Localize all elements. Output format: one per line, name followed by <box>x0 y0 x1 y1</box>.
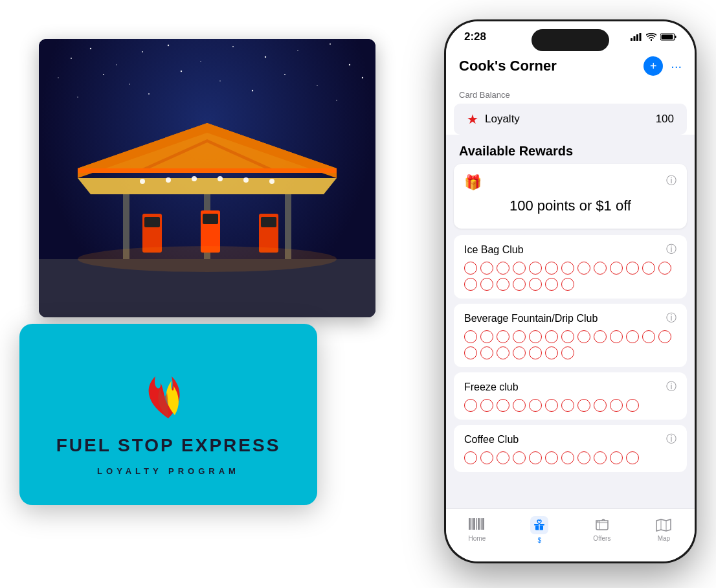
reward-info-icon[interactable]: ⓘ <box>666 174 677 188</box>
dot <box>513 330 526 343</box>
loyalty-value: 100 <box>656 113 674 126</box>
dot <box>561 399 574 412</box>
svg-marker-26 <box>78 178 337 194</box>
svg-point-27 <box>140 179 145 184</box>
star-icon: ★ <box>467 111 478 127</box>
svg-point-16 <box>284 74 285 75</box>
dot <box>480 262 493 275</box>
svg-rect-41 <box>261 217 276 227</box>
tab-rewards-label: $ <box>538 537 542 544</box>
loyalty-card: FUEL STOP EXPRESS LOYALTY PROGRAM <box>19 324 317 505</box>
dot <box>561 451 574 464</box>
club-header-beverage: Beverage Fountain/Drip Club ⓘ <box>464 311 677 325</box>
svg-point-10 <box>349 64 350 65</box>
dot <box>642 262 655 275</box>
dot <box>464 346 477 359</box>
available-rewards-label: Available Rewards <box>446 135 695 164</box>
dot <box>561 346 574 359</box>
dot <box>464 399 477 412</box>
dot <box>545 399 558 412</box>
dot <box>480 330 493 343</box>
svg-rect-55 <box>476 518 477 530</box>
reward-card[interactable]: 🎁 ⓘ 100 points or $1 off <box>454 164 687 229</box>
club-header-freeze: Freeze club ⓘ <box>464 380 677 394</box>
dot <box>497 451 509 464</box>
svg-point-12 <box>103 74 104 75</box>
available-rewards-section: Available Rewards 🎁 ⓘ 100 points or $1 o… <box>446 135 695 229</box>
dot <box>561 262 574 275</box>
svg-point-22 <box>336 100 337 101</box>
dot <box>529 330 542 343</box>
svg-point-15 <box>219 80 221 82</box>
card-balance-label: Card Balance <box>446 84 695 104</box>
dot <box>545 330 558 343</box>
gas-station-photo <box>39 39 375 317</box>
dot <box>626 262 639 275</box>
stars-svg <box>39 39 375 317</box>
club-item-ice-bag: Ice Bag Club ⓘ <box>454 235 687 299</box>
svg-point-31 <box>243 177 249 183</box>
dot <box>513 346 526 359</box>
tab-home-label: Home <box>469 535 486 542</box>
svg-point-3 <box>142 51 143 52</box>
svg-point-7 <box>265 56 266 58</box>
dot <box>480 346 493 359</box>
app-header: Cook's Corner + ··· <box>446 49 695 84</box>
card-balance-section: Card Balance ★ Loyalty 100 <box>446 84 695 135</box>
svg-rect-57 <box>480 518 482 530</box>
add-button[interactable]: + <box>643 56 663 76</box>
dot <box>529 278 542 291</box>
svg-point-28 <box>166 177 171 183</box>
ice-bag-info-icon[interactable]: ⓘ <box>666 243 677 256</box>
rewards-tab-icon-bg <box>530 516 548 534</box>
svg-point-5 <box>200 61 201 62</box>
clubs-section: Ice Bag Club ⓘ <box>446 235 695 472</box>
dot <box>545 346 558 359</box>
svg-point-2 <box>116 64 117 65</box>
club-item-coffee: Coffee Club ⓘ <box>454 425 687 472</box>
card-subtitle: LOYALTY PROGRAM <box>97 466 240 476</box>
dot <box>513 399 526 412</box>
svg-rect-46 <box>634 36 636 41</box>
loyalty-row: ★ Loyalty 100 <box>454 104 687 135</box>
tab-rewards[interactable]: $ <box>530 516 548 544</box>
dot <box>658 330 671 343</box>
svg-point-61 <box>597 521 598 523</box>
dot <box>464 278 477 291</box>
map-icon <box>655 518 672 532</box>
dot <box>529 451 542 464</box>
club-header-ice-bag: Ice Bag Club ⓘ <box>464 243 677 256</box>
dot <box>594 330 607 343</box>
svg-point-32 <box>269 179 274 184</box>
gift-tab-icon <box>533 519 545 531</box>
club-name-ice-bag: Ice Bag Club <box>464 244 524 256</box>
tab-offers-label: Offers <box>593 535 610 542</box>
freeze-info-icon[interactable]: ⓘ <box>666 380 677 394</box>
wifi-icon <box>646 33 656 41</box>
dot <box>464 451 477 464</box>
svg-point-29 <box>192 176 197 181</box>
club-item-beverage: Beverage Fountain/Drip Club ⓘ <box>454 304 687 367</box>
svg-marker-44 <box>78 168 337 173</box>
dot <box>561 330 574 343</box>
more-button[interactable]: ··· <box>671 59 682 74</box>
dot <box>513 278 526 291</box>
barcode-icon <box>469 518 486 532</box>
dot <box>642 330 655 343</box>
dot <box>545 451 558 464</box>
tab-home[interactable]: Home <box>469 518 486 542</box>
dot <box>529 399 542 412</box>
coffee-info-icon[interactable]: ⓘ <box>666 433 677 446</box>
tab-map[interactable]: Map <box>655 518 672 542</box>
dot <box>577 399 590 412</box>
tab-offers[interactable]: Offers <box>593 518 610 542</box>
dot <box>626 330 639 343</box>
dot <box>464 330 477 343</box>
gift-icon: 🎁 <box>464 174 482 191</box>
beverage-info-icon[interactable]: ⓘ <box>666 311 677 325</box>
dot <box>626 451 639 464</box>
dynamic-island <box>531 29 609 51</box>
dot <box>658 262 671 275</box>
svg-rect-50 <box>675 36 677 38</box>
dot <box>497 330 509 343</box>
